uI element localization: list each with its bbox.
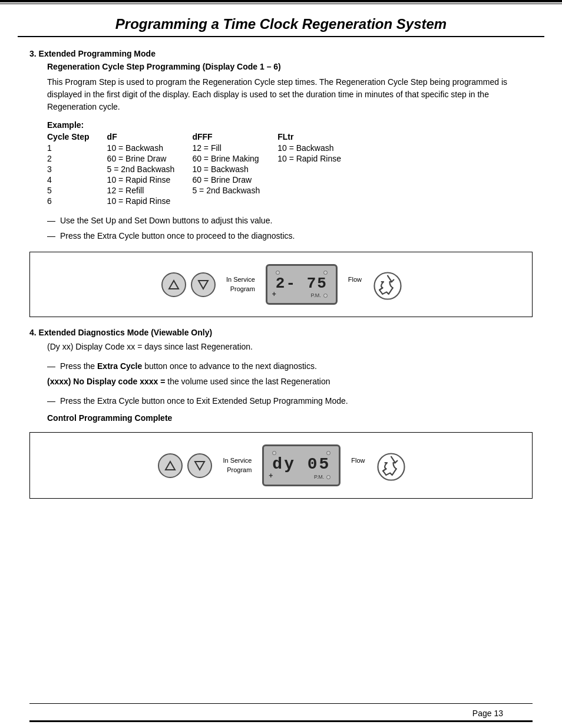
up-arrow-button-2[interactable]	[158, 453, 183, 478]
cell: 5 = 2nd Backwash	[192, 185, 277, 196]
bullet-text-2: Press the Extra Cycle button once to pro…	[60, 230, 295, 242]
cell	[277, 174, 359, 185]
cell: 1	[47, 143, 107, 153]
content: 3. Extended Programming Mode Regeneratio…	[0, 49, 562, 603]
arrow-buttons-2	[158, 453, 212, 478]
svg-marker-0	[169, 281, 178, 289]
lcd-text-2: dy 05	[272, 456, 330, 473]
cell: 12 = Fill	[192, 143, 277, 153]
bottom-section: Page 13	[0, 697, 562, 728]
plus-sign-2: +	[269, 472, 273, 480]
cell: 4	[47, 174, 107, 185]
cell: 2	[47, 153, 107, 164]
cell: 10 = Rapid Rinse	[277, 153, 359, 164]
lcd-top-dots-1	[276, 271, 328, 275]
bullet-text-3: Press the Extra Cycle button once to adv…	[60, 360, 317, 373]
xxxx-line: (xxxx) No Display code xxxx = the volume…	[47, 375, 533, 388]
display-box-1: In Service Program 2- 75 P.M. +	[29, 252, 533, 317]
control-panel-2: In Service Program dy 05 P.M.	[158, 444, 404, 486]
control-panel-1: In Service Program 2- 75 P.M. +	[161, 264, 401, 305]
bottom-border-thin	[29, 703, 533, 704]
cell	[277, 185, 359, 196]
cycle-table: Cycle Step dF dFFF FLtr 1 10 = Backwash …	[47, 132, 359, 206]
cell: 10 = Backwash	[192, 164, 277, 174]
bullet-item-2: — Press the Extra Cycle button once to p…	[47, 230, 533, 242]
plus-sign-1: +	[272, 290, 276, 298]
cell: 6	[47, 196, 107, 206]
table-row: 5 12 = Refill 5 = 2nd Backwash	[47, 185, 359, 196]
col-header-df: dF	[107, 132, 193, 143]
dash-3: —	[47, 360, 55, 373]
cell: 3	[47, 164, 107, 174]
cell: 10 = Backwash	[277, 143, 359, 153]
dy-text: (Dy xx) Display Code xx = days since las…	[47, 342, 253, 351]
bullet-item-1: — Use the Set Up and Set Down buttons to…	[47, 215, 533, 227]
flow-pm-label-2: Flow	[351, 456, 365, 475]
extra-cycle-bold-1: Extra Cycle	[97, 361, 142, 371]
svg-marker-3	[166, 462, 175, 470]
section4-subheading: Control Programming Complete	[47, 413, 533, 423]
cell: 10 = Rapid Rinse	[107, 196, 193, 206]
down-arrow-button-2[interactable]	[187, 453, 212, 478]
display-box-2: In Service Program dy 05 P.M.	[29, 432, 533, 499]
section4-heading: 4. Extended Diagnostics Mode (Viewable O…	[29, 328, 533, 337]
bullet-item-3: — Press the Extra Cycle button once to a…	[47, 360, 533, 373]
bullet1-suffix: button once to advance to the next diagn…	[142, 361, 317, 371]
lcd-top-dots-2	[272, 451, 330, 455]
down-arrow-button[interactable]	[191, 272, 216, 297]
recycle-icon-2	[376, 452, 404, 480]
lcd-display-2: dy 05 P.M. +	[262, 444, 340, 486]
recycle-icon-1	[372, 271, 401, 299]
page-title: Programming a Time Clock Regeneration Sy…	[0, 10, 562, 36]
up-arrow-button[interactable]	[161, 272, 186, 297]
cell: 60 = Brine Draw	[107, 153, 193, 164]
svg-marker-1	[199, 281, 208, 289]
table-row: 2 60 = Brine Draw 60 = Brine Making 10 =…	[47, 153, 359, 164]
section3-paragraph: This Program Step is used to program the…	[47, 76, 533, 113]
dot-tl	[276, 271, 280, 275]
dot-br-2	[326, 475, 330, 479]
dot-br	[323, 294, 328, 298]
bullet-text-1: Use the Set Up and Set Down buttons to a…	[60, 215, 272, 227]
title-underline	[18, 36, 544, 37]
lcd-bottom-row-1: P.M.	[276, 292, 328, 298]
cell: 10 = Rapid Rinse	[107, 174, 193, 185]
flow-pm-label-1: Flow	[348, 275, 362, 294]
spacer	[0, 603, 562, 698]
cell: 12 = Refill	[107, 185, 193, 196]
pm-indicator-2: P.M.	[314, 474, 324, 480]
cell: 10 = Backwash	[107, 143, 193, 153]
lcd-bottom-row-2: P.M.	[272, 474, 330, 480]
page-container: Programming a Time Clock Regeneration Sy…	[0, 0, 562, 728]
cell: 60 = Brine Draw	[192, 174, 277, 185]
cell: 5 = 2nd Backwash	[107, 164, 193, 174]
lcd-text-1: 2- 75	[276, 276, 328, 291]
section4: 4. Extended Diagnostics Mode (Viewable O…	[29, 328, 533, 499]
dot-tr-2	[326, 451, 330, 455]
xxxx-bold: (xxxx) No Display code xxxx =	[47, 377, 165, 386]
cell	[277, 164, 359, 174]
dash-1: —	[47, 215, 55, 227]
section3-subheading: Regeneration Cycle Step Programming (Dis…	[47, 62, 533, 71]
section3-heading: 3. Extended Programming Mode	[29, 49, 533, 58]
dash-4: —	[47, 395, 55, 407]
col-header-cycle: Cycle Step	[47, 132, 107, 143]
dot-tr	[323, 271, 328, 275]
dy-line: (Dy xx) Display Code xx = days since las…	[47, 341, 533, 353]
table-row: 1 10 = Backwash 12 = Fill 10 = Backwash	[47, 143, 359, 153]
table-row: 3 5 = 2nd Backwash 10 = Backwash	[47, 164, 359, 174]
bottom-border-thick	[29, 720, 533, 722]
table-row: 6 10 = Rapid Rinse	[47, 196, 359, 206]
example-label: Example:	[47, 120, 533, 130]
bullet-text-4: Press the Extra Cycle button once to Exi…	[60, 395, 348, 407]
top-border-thin	[0, 4, 562, 4]
bullet-item-4: — Press the Extra Cycle button once to E…	[47, 395, 533, 407]
lcd-display-1: 2- 75 P.M. +	[266, 264, 338, 305]
col-header-fltr: FLtr	[277, 132, 359, 143]
pm-indicator-1: P.M.	[311, 292, 321, 298]
page-number-row: Page 13	[29, 706, 533, 720]
page-number: Page 13	[472, 709, 503, 718]
in-service-label-2: In Service Program	[223, 456, 252, 475]
dot-tl-2	[272, 451, 276, 455]
in-service-label-1: In Service Program	[226, 275, 255, 294]
